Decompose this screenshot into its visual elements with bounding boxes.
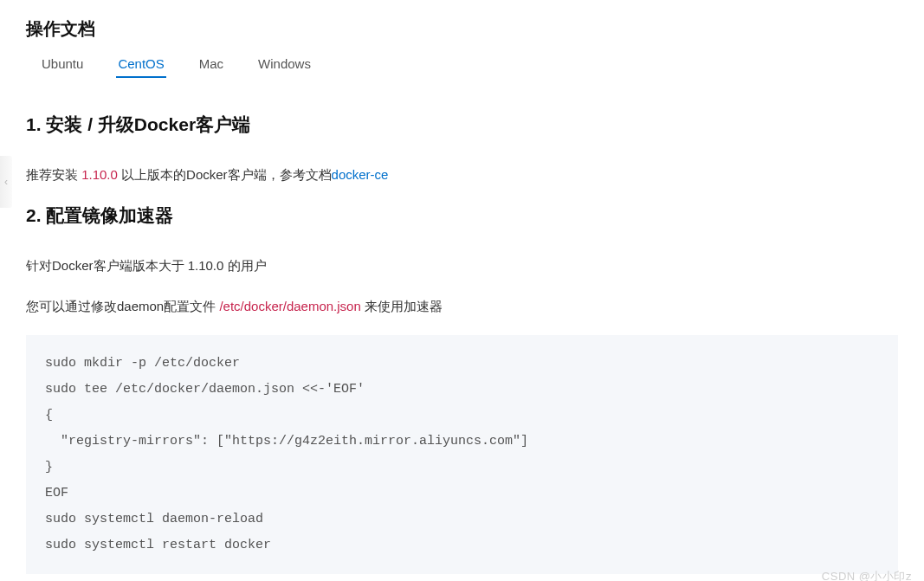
section1-heading: 1. 安装 / 升级Docker客户端 (26, 113, 898, 137)
tab-centos[interactable]: CentOS (118, 56, 164, 78)
section1-text-prefix: 推荐安装 (26, 167, 81, 182)
section2-heading: 2. 配置镜像加速器 (26, 203, 898, 228)
code-block[interactable]: sudo mkdir -p /etc/docker sudo tee /etc/… (26, 335, 898, 574)
collapse-handle[interactable]: ‹ (0, 156, 12, 208)
tab-mac[interactable]: Mac (199, 56, 223, 78)
tab-ubuntu[interactable]: Ubuntu (42, 56, 83, 78)
os-tabs: Ubuntu CentOS Mac Windows (26, 56, 898, 78)
docker-ce-link[interactable]: docker-ce (332, 167, 389, 182)
page-title: 操作文档 (26, 17, 898, 41)
chevron-left-icon: ‹ (4, 176, 8, 188)
section1-text-mid: 以上版本的Docker客户端，参考文档 (118, 167, 332, 182)
config-path: /etc/docker/daemon.json (219, 299, 360, 313)
section2-text-suffix: 来使用加速器 (361, 299, 443, 313)
tab-windows[interactable]: Windows (258, 56, 311, 78)
section1-paragraph: 推荐安装 1.10.0 以上版本的Docker客户端，参考文档docker-ce (26, 163, 898, 186)
section2-text-prefix: 您可以通过修改daemon配置文件 (26, 299, 219, 313)
section2-paragraph-1: 针对Docker客户端版本大于 1.10.0 的用户 (26, 254, 898, 277)
section2-paragraph-2: 您可以通过修改daemon配置文件 /etc/docker/daemon.jso… (26, 294, 898, 318)
version-text: 1.10.0 (81, 167, 118, 182)
